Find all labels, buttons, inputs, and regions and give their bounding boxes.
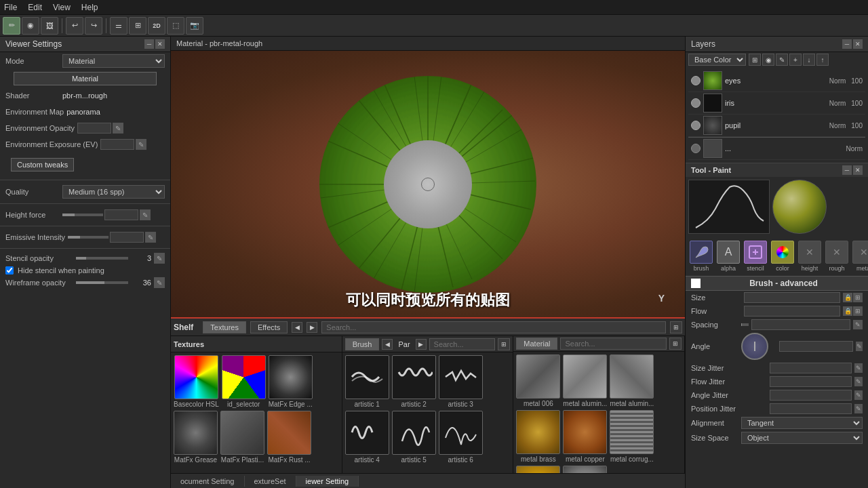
material-button[interactable]: Material xyxy=(14,72,157,85)
shelf-brush-search[interactable] xyxy=(429,338,496,350)
shelf-brush-grid-btn[interactable]: ⊞ xyxy=(498,338,510,350)
size-jitter-input[interactable]: 0 xyxy=(770,363,852,373)
shelf-grid-btn[interactable]: ⊞ xyxy=(670,321,682,333)
shelf-brush-next[interactable]: ▶ xyxy=(416,339,427,350)
size-jitter-edit-btn[interactable]: ✎ xyxy=(854,363,863,373)
env-exposure-edit-btn[interactable]: ✎ xyxy=(136,139,146,150)
list-item[interactable]: metal copper xyxy=(563,410,607,463)
layers-minimize-btn[interactable]: ─ xyxy=(842,39,852,49)
layers-close-btn[interactable]: ✕ xyxy=(853,39,863,49)
list-item[interactable]: artistic 2 xyxy=(392,355,436,408)
brush-flow-expand-btn[interactable]: ⊞ xyxy=(853,306,863,316)
brush-spacing-slider[interactable] xyxy=(741,323,749,326)
list-item[interactable]: metal alumin... xyxy=(563,354,607,407)
shelf-material-tab[interactable]: Material xyxy=(516,338,557,350)
layer-vis-iris[interactable] xyxy=(691,98,701,108)
menu-view[interactable]: View xyxy=(53,3,71,12)
menu-help[interactable]: Help xyxy=(81,3,98,12)
list-item[interactable]: artistic 6 xyxy=(439,411,483,464)
stencil-opacity-edit-btn[interactable]: ✎ xyxy=(154,253,165,264)
brush-size-input[interactable]: 0.28 xyxy=(744,292,840,303)
toolbar-redo-btn[interactable]: ↪ xyxy=(85,17,102,35)
brush-angle-wheel[interactable] xyxy=(741,333,768,360)
table-row[interactable]: iris Norm 100 xyxy=(688,92,865,115)
list-item[interactable]: metal nickel xyxy=(563,466,607,473)
alignment-dropdown[interactable]: Tangent xyxy=(741,417,863,429)
layers-tool-btn-6[interactable]: ↑ xyxy=(816,54,829,66)
list-item[interactable]: artistic 4 xyxy=(345,411,389,464)
panel-close-btn[interactable]: ✕ xyxy=(155,39,165,49)
table-row[interactable]: pupil Norm 100 xyxy=(688,115,865,137)
angle-jitter-edit-btn[interactable]: ✎ xyxy=(854,390,863,400)
mode-dropdown[interactable]: Material xyxy=(62,54,165,68)
hide-stencil-checkbox[interactable] xyxy=(5,266,14,274)
emissive-edit-btn[interactable]: ✎ xyxy=(145,232,156,243)
env-opacity-edit-btn[interactable]: ✎ xyxy=(113,123,123,134)
stencil-opacity-slider[interactable] xyxy=(76,257,128,260)
layers-tool-btn-2[interactable]: ◉ xyxy=(762,54,774,66)
toolbar-fill-btn[interactable]: ◉ xyxy=(22,17,39,35)
height-force-slider[interactable] xyxy=(62,214,103,216)
table-row[interactable]: ... Norm xyxy=(688,137,865,160)
tool-paint-close-btn[interactable]: ✕ xyxy=(853,165,863,175)
brush-flow-input[interactable]: 64 xyxy=(744,306,840,317)
brush-advanced-color-swatch[interactable] xyxy=(691,279,701,288)
toolbar-2d-btn[interactable]: 2D xyxy=(148,17,165,35)
brush-spacing-edit-btn[interactable]: ✎ xyxy=(853,320,863,329)
quality-dropdown[interactable]: Medium (16 spp) xyxy=(62,185,165,199)
brush-type-height[interactable]: ✕ height xyxy=(797,239,823,273)
layers-tool-btn-1[interactable]: ⊞ xyxy=(749,54,761,66)
height-force-input[interactable]: 1 xyxy=(104,209,138,220)
list-item[interactable]: metal alumin... xyxy=(610,354,654,407)
shelf-tab-effects[interactable]: Effects xyxy=(250,321,288,333)
list-item[interactable]: MatFx Edge ... xyxy=(269,355,313,408)
layer-vis-eyes[interactable] xyxy=(691,76,701,85)
height-force-edit-btn[interactable]: ✎ xyxy=(140,209,151,220)
shelf-nav-next[interactable]: ▶ xyxy=(307,322,317,333)
env-exposure-input[interactable]: 0 xyxy=(100,139,134,150)
list-item[interactable]: MatFx Plasti... xyxy=(220,411,264,464)
shelf-brush-prev[interactable]: ◀ xyxy=(382,339,393,350)
brush-flow-lock-btn[interactable]: 🔒 xyxy=(843,306,852,316)
brush-size-lock-btn[interactable]: 🔒 xyxy=(843,293,852,302)
toolbar-grid-btn[interactable]: ⊞ xyxy=(129,17,146,35)
list-item[interactable]: artistic 1 xyxy=(345,355,389,408)
brush-type-color[interactable]: color xyxy=(770,239,795,273)
toolbar-sym-btn[interactable]: ⚌ xyxy=(110,17,127,35)
tab-texture-set[interactable]: extureSet xyxy=(245,476,296,487)
tab-viewer-setting[interactable]: iewer Setting xyxy=(296,476,359,487)
custom-tweaks-btn[interactable]: Custom tweaks xyxy=(11,158,74,171)
list-item[interactable]: MatFx Rust ... xyxy=(267,411,311,464)
shelf-nav-prev[interactable]: ◀ xyxy=(292,322,302,333)
brush-size-expand-btn[interactable]: ⊞ xyxy=(853,293,863,302)
brush-angle-input[interactable]: 0 xyxy=(779,341,853,352)
flow-jitter-edit-btn[interactable]: ✎ xyxy=(854,377,863,386)
viewport[interactable]: Y 可以同时预览所有的贴图 xyxy=(171,51,685,317)
wireframe-opacity-edit-btn[interactable]: ✎ xyxy=(154,277,165,288)
brush-type-stencil[interactable]: stencil xyxy=(743,239,768,273)
env-opacity-input[interactable]: 0 xyxy=(77,123,111,134)
toolbar-cam-btn[interactable]: 📷 xyxy=(186,17,203,35)
toolbar-img-btn[interactable]: 🖼 xyxy=(41,17,58,35)
emissive-slider[interactable] xyxy=(68,236,108,239)
brush-type-metal[interactable]: ✕ metal xyxy=(851,239,868,273)
brush-spacing-input[interactable]: 10 xyxy=(751,319,850,330)
toolbar-brush-btn[interactable]: ✏ xyxy=(3,17,20,35)
flow-jitter-input[interactable]: 0 xyxy=(770,376,852,387)
panel-minimize-btn[interactable]: ─ xyxy=(144,39,154,49)
menu-file[interactable]: File xyxy=(4,3,17,12)
list-item[interactable]: MatFx Grease xyxy=(174,411,218,464)
brush-type-alpha[interactable]: A alpha xyxy=(715,239,741,273)
list-item[interactable]: Basecolor HSL xyxy=(174,355,219,408)
position-jitter-input[interactable]: 0 xyxy=(770,403,852,414)
size-space-dropdown[interactable]: Object xyxy=(741,432,863,444)
layers-tool-btn-3[interactable]: ✎ xyxy=(776,54,788,66)
layer-vis-misc[interactable] xyxy=(691,144,701,153)
tab-document-setting[interactable]: ocument Setting xyxy=(171,476,245,487)
table-row[interactable]: eyes Norm 100 xyxy=(688,70,865,92)
layers-tool-btn-4[interactable]: + xyxy=(789,54,802,66)
brush-type-rough[interactable]: ✕ rough xyxy=(824,239,850,273)
toolbar-undo-btn[interactable]: ↩ xyxy=(66,17,83,35)
menu-edit[interactable]: Edit xyxy=(28,3,42,12)
list-item[interactable]: metal 006 xyxy=(516,354,560,407)
